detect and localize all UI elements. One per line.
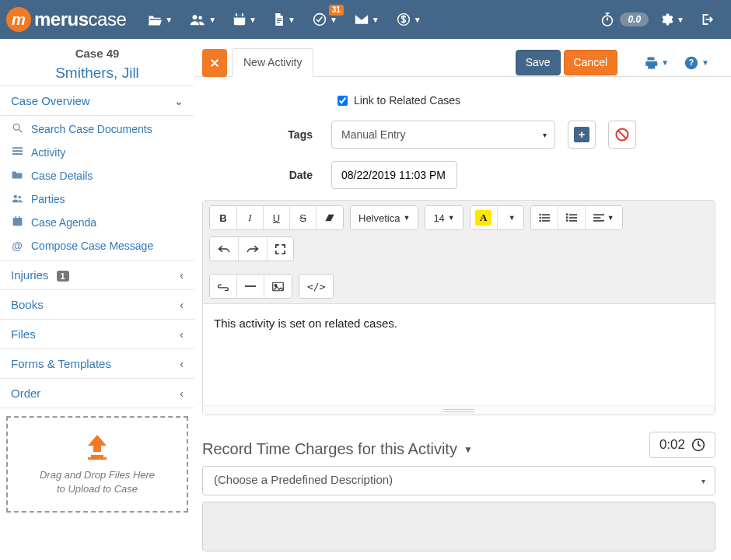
svg-rect-28 — [542, 214, 550, 215]
nav-calendar-menu[interactable]: ▼ — [226, 7, 264, 32]
caret-down-icon: ▼ — [330, 16, 338, 24]
sidebar-section-label: Books — [11, 298, 44, 311]
file-dropzone[interactable]: Drag and Drop Files Here to Upload to Ca… — [6, 416, 188, 513]
nav-folder-menu[interactable]: ▼ — [140, 7, 180, 32]
plus-icon: + — [574, 127, 589, 142]
editor-toolbar: B I U S Helvetica▼ — [203, 201, 715, 304]
sidebar-section-files[interactable]: Files ‹ — [0, 319, 194, 349]
font-family-select[interactable]: Helvetica▼ — [351, 206, 418, 229]
caret-down-icon: ▾ — [543, 131, 547, 139]
svg-rect-18 — [12, 218, 22, 226]
activity-timer[interactable]: 0:02 — [649, 432, 715, 458]
image-button[interactable] — [264, 275, 292, 298]
align-menu[interactable]: ▼ — [585, 206, 622, 229]
predefined-description-select[interactable]: (Choose a Predefined Description) ▾ — [202, 466, 715, 495]
italic-button[interactable]: I — [236, 206, 263, 229]
sidebar-section-overview[interactable]: Case Overview ⌄ — [0, 86, 194, 116]
print-menu[interactable]: ▼ — [636, 51, 677, 75]
sidebar-section-forms[interactable]: Forms & Templates ‹ — [0, 348, 194, 379]
nav-mail-menu[interactable]: ▼ — [347, 8, 387, 31]
bold-button[interactable]: B — [210, 206, 236, 229]
svg-rect-36 — [566, 214, 568, 215]
timer-value: 0:02 — [659, 437, 685, 453]
section-title-text: Record Time Charges for this Activity — [202, 440, 457, 458]
link-button[interactable] — [210, 275, 236, 298]
nav-document-menu[interactable]: ▼ — [266, 7, 303, 32]
case-number: Case 49 — [8, 47, 187, 60]
fullscreen-button[interactable] — [267, 237, 293, 261]
editor-resize-handle[interactable] — [203, 405, 715, 415]
erase-format-button[interactable] — [316, 206, 343, 229]
link-related-label[interactable]: Link to Related Cases — [354, 94, 460, 107]
time-description-input[interactable] — [202, 502, 715, 551]
clear-tag-button[interactable] — [608, 121, 636, 149]
caret-down-icon: ▼ — [414, 16, 421, 24]
global-timer-button[interactable] — [598, 6, 617, 33]
svg-rect-41 — [593, 220, 604, 222]
sidebar-section-order[interactable]: Order ‹ — [0, 378, 194, 408]
nav-billing-menu[interactable]: ▼ — [389, 6, 429, 33]
editor-body[interactable]: This activity is set on related cases. — [203, 304, 715, 405]
redo-icon — [247, 244, 259, 254]
close-tab-button[interactable] — [202, 49, 227, 77]
hr-button[interactable] — [236, 275, 264, 298]
code-view-button[interactable]: </> — [299, 275, 333, 298]
sidebar-item-compose-message[interactable]: @ Compose Case Message — [0, 234, 194, 257]
svg-point-31 — [539, 220, 540, 222]
sidebar-item-search-docs[interactable]: Search Case Documents — [0, 117, 194, 141]
align-icon — [593, 213, 604, 222]
nav-settings-menu[interactable]: ▼ — [652, 6, 692, 33]
case-party-name[interactable]: Smithers, Jill — [8, 60, 187, 82]
sidebar-section-label: Files — [11, 327, 36, 341]
sidebar-section-books[interactable]: Books ‹ — [0, 289, 194, 320]
underline-button[interactable]: U — [263, 206, 289, 229]
svg-point-1 — [198, 16, 202, 20]
help-menu[interactable]: ? ▼ — [677, 51, 717, 75]
font-color-icon: A — [475, 210, 491, 226]
svg-point-27 — [539, 214, 540, 215]
save-button[interactable]: Save — [516, 50, 561, 76]
ul-button[interactable] — [531, 206, 558, 229]
time-charges-toggle[interactable]: Record Time Charges for this Activity ▼ — [202, 440, 715, 458]
date-input[interactable] — [331, 161, 457, 189]
sidebar-item-case-details[interactable]: Case Details — [0, 164, 194, 187]
sidebar-item-case-agenda[interactable]: Case Agenda — [0, 211, 194, 234]
strike-button[interactable]: S — [289, 206, 316, 229]
chevron-left-icon: ‹ — [180, 328, 184, 341]
svg-point-44 — [275, 284, 277, 286]
caret-down-icon: ▼ — [677, 16, 684, 24]
svg-rect-15 — [12, 153, 23, 155]
global-timer-pill[interactable]: 0.0 — [620, 12, 649, 26]
font-size-select[interactable]: 14▼ — [425, 206, 462, 229]
ol-button[interactable] — [558, 206, 585, 229]
svg-text:?: ? — [689, 58, 694, 67]
predefined-description-value: (Choose a Predefined Description) — [214, 473, 393, 486]
link-related-checkbox[interactable] — [338, 96, 348, 106]
undo-button[interactable] — [210, 237, 238, 261]
logout-button[interactable] — [692, 6, 722, 33]
injuries-count-badge: 1 — [57, 271, 69, 282]
cancel-button[interactable]: Cancel — [564, 50, 618, 76]
nav-users-menu[interactable]: ▼ — [182, 7, 224, 32]
svg-rect-38 — [566, 219, 568, 221]
logo-text: meruscase — [34, 9, 126, 30]
svg-point-16 — [13, 195, 16, 198]
add-tag-button[interactable]: + — [568, 121, 596, 149]
sidebar-item-parties[interactable]: Parties — [0, 187, 194, 211]
svg-rect-39 — [593, 214, 604, 215]
font-color-button[interactable]: A — [470, 206, 497, 229]
svg-rect-35 — [569, 220, 577, 222]
sidebar-item-activity[interactable]: Activity — [0, 141, 194, 164]
sidebar-item-label: Case Details — [31, 170, 93, 182]
search-icon — [11, 123, 23, 135]
tab-new-activity[interactable]: New Activity — [232, 48, 313, 77]
nav-tasks-menu[interactable]: 31 ▼ — [305, 6, 345, 33]
svg-rect-7 — [277, 20, 282, 21]
chevron-left-icon: ‹ — [180, 358, 184, 370]
font-color-menu[interactable]: ▼ — [497, 206, 523, 229]
tags-select[interactable]: Manual Entry ▾ — [331, 121, 555, 149]
upload-icon — [80, 433, 114, 464]
sidebar-section-injuries[interactable]: Injuries 1 ‹ — [0, 260, 194, 290]
redo-button[interactable] — [238, 237, 267, 261]
app-logo[interactable]: m meruscase — [6, 7, 126, 32]
